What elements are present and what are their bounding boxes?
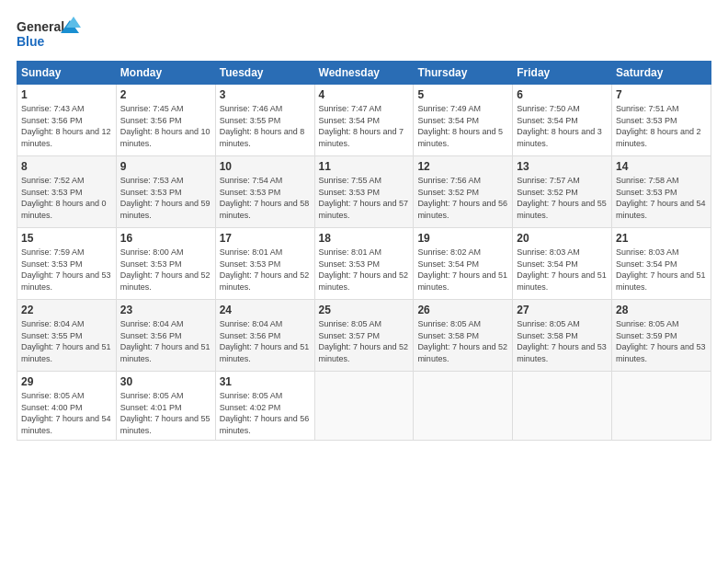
weekday-header: Thursday — [414, 62, 513, 85]
calendar-day-cell — [612, 372, 711, 441]
calendar-day-cell: 12 Sunrise: 7:56 AMSunset: 3:52 PMDaylig… — [414, 156, 513, 228]
day-detail: Sunrise: 7:55 AMSunset: 3:53 PMDaylight:… — [319, 176, 409, 220]
day-detail: Sunrise: 8:00 AMSunset: 3:53 PMDaylight:… — [120, 247, 210, 292]
day-number: 10 — [220, 160, 311, 173]
day-number: 27 — [517, 304, 608, 316]
day-detail: Sunrise: 7:45 AMSunset: 3:56 PMDaylight:… — [120, 104, 210, 148]
calendar-day-cell: 17 Sunrise: 8:01 AMSunset: 3:53 PMDaylig… — [215, 228, 314, 300]
day-detail: Sunrise: 8:04 AMSunset: 3:55 PMDaylight:… — [21, 319, 111, 363]
calendar-day-cell: 3 Sunrise: 7:46 AMSunset: 3:55 PMDayligh… — [215, 85, 314, 156]
calendar-day-cell: 13 Sunrise: 7:57 AMSunset: 3:52 PMDaylig… — [513, 156, 612, 228]
day-detail: Sunrise: 8:03 AMSunset: 3:54 PMDaylight:… — [517, 247, 607, 292]
calendar-week-row: 1 Sunrise: 7:43 AMSunset: 3:56 PMDayligh… — [17, 85, 711, 156]
day-detail: Sunrise: 8:05 AMSunset: 4:01 PMDaylight:… — [120, 391, 210, 435]
day-detail: Sunrise: 7:54 AMSunset: 3:53 PMDaylight:… — [220, 176, 310, 220]
day-number: 1 — [21, 88, 112, 101]
calendar-day-cell: 4 Sunrise: 7:47 AMSunset: 3:54 PMDayligh… — [314, 85, 414, 156]
day-detail: Sunrise: 8:01 AMSunset: 3:53 PMDaylight:… — [319, 247, 409, 292]
weekday-header: Tuesday — [215, 62, 314, 85]
calendar-day-cell: 14 Sunrise: 7:58 AMSunset: 3:53 PMDaylig… — [612, 156, 711, 228]
calendar-day-cell: 11 Sunrise: 7:55 AMSunset: 3:53 PMDaylig… — [314, 156, 414, 228]
calendar-day-cell: 15 Sunrise: 7:59 AMSunset: 3:53 PMDaylig… — [17, 228, 117, 300]
calendar-day-cell: 27 Sunrise: 8:05 AMSunset: 3:58 PMDaylig… — [513, 300, 612, 372]
day-detail: Sunrise: 8:04 AMSunset: 3:56 PMDaylight:… — [220, 319, 310, 363]
day-detail: Sunrise: 7:52 AMSunset: 3:53 PMDaylight:… — [21, 176, 107, 220]
weekday-header: Saturday — [612, 62, 711, 85]
day-number: 25 — [319, 304, 410, 316]
calendar-day-cell — [314, 372, 414, 441]
calendar-day-cell: 30 Sunrise: 8:05 AMSunset: 4:01 PMDaylig… — [116, 372, 215, 441]
day-detail: Sunrise: 8:05 AMSunset: 4:02 PMDaylight:… — [220, 391, 310, 435]
day-detail: Sunrise: 7:47 AMSunset: 3:54 PMDaylight:… — [319, 104, 404, 148]
calendar-week-row: 8 Sunrise: 7:52 AMSunset: 3:53 PMDayligh… — [17, 156, 711, 228]
calendar-week-row: 15 Sunrise: 7:59 AMSunset: 3:53 PMDaylig… — [17, 228, 711, 300]
calendar-week-row: 22 Sunrise: 8:04 AMSunset: 3:55 PMDaylig… — [17, 300, 711, 372]
day-number: 9 — [120, 160, 211, 173]
day-number: 7 — [616, 88, 707, 101]
calendar-day-cell: 1 Sunrise: 7:43 AMSunset: 3:56 PMDayligh… — [17, 85, 117, 156]
day-detail: Sunrise: 7:53 AMSunset: 3:53 PMDaylight:… — [120, 176, 210, 220]
calendar-day-cell: 8 Sunrise: 7:52 AMSunset: 3:53 PMDayligh… — [17, 156, 117, 228]
day-detail: Sunrise: 8:04 AMSunset: 3:56 PMDaylight:… — [120, 319, 210, 363]
day-number: 4 — [319, 88, 410, 101]
day-number: 24 — [220, 304, 311, 316]
day-detail: Sunrise: 7:46 AMSunset: 3:55 PMDaylight:… — [220, 104, 305, 148]
calendar-day-cell: 9 Sunrise: 7:53 AMSunset: 3:53 PMDayligh… — [116, 156, 215, 228]
day-detail: Sunrise: 7:50 AMSunset: 3:54 PMDaylight:… — [517, 104, 602, 148]
day-detail: Sunrise: 8:05 AMSunset: 3:57 PMDaylight:… — [319, 319, 409, 363]
calendar-day-cell: 26 Sunrise: 8:05 AMSunset: 3:58 PMDaylig… — [414, 300, 513, 372]
day-detail: Sunrise: 8:05 AMSunset: 3:59 PMDaylight:… — [616, 319, 706, 363]
day-number: 20 — [517, 232, 608, 245]
day-number: 29 — [21, 375, 112, 388]
day-detail: Sunrise: 8:05 AMSunset: 3:58 PMDaylight:… — [517, 319, 607, 363]
day-number: 31 — [220, 375, 311, 388]
calendar-page: General Blue SundayMondayTuesdayWednesda… — [0, 0, 728, 563]
calendar-body: 1 Sunrise: 7:43 AMSunset: 3:56 PMDayligh… — [17, 85, 711, 441]
calendar-day-cell: 29 Sunrise: 8:05 AMSunset: 4:00 PMDaylig… — [17, 372, 117, 441]
calendar-day-cell — [414, 372, 513, 441]
calendar-day-cell: 20 Sunrise: 8:03 AMSunset: 3:54 PMDaylig… — [513, 228, 612, 300]
svg-text:General: General — [17, 19, 64, 34]
day-number: 17 — [220, 232, 311, 245]
logo: General Blue — [17, 17, 81, 53]
calendar-day-cell: 23 Sunrise: 8:04 AMSunset: 3:56 PMDaylig… — [116, 300, 215, 372]
day-number: 26 — [417, 304, 508, 316]
calendar-day-cell: 31 Sunrise: 8:05 AMSunset: 4:02 PMDaylig… — [215, 372, 314, 441]
calendar-day-cell: 6 Sunrise: 7:50 AMSunset: 3:54 PMDayligh… — [513, 85, 612, 156]
day-number: 21 — [616, 232, 707, 245]
day-detail: Sunrise: 8:02 AMSunset: 3:54 PMDaylight:… — [417, 247, 507, 292]
day-number: 15 — [21, 232, 112, 245]
day-detail: Sunrise: 7:43 AMSunset: 3:56 PMDaylight:… — [21, 104, 111, 148]
day-number: 16 — [120, 232, 211, 245]
calendar-day-cell: 22 Sunrise: 8:04 AMSunset: 3:55 PMDaylig… — [17, 300, 117, 372]
calendar-day-cell: 10 Sunrise: 7:54 AMSunset: 3:53 PMDaylig… — [215, 156, 314, 228]
day-detail: Sunrise: 8:05 AMSunset: 3:58 PMDaylight:… — [417, 319, 507, 363]
calendar-day-cell: 21 Sunrise: 8:03 AMSunset: 3:54 PMDaylig… — [612, 228, 711, 300]
day-number: 22 — [21, 304, 112, 316]
calendar-day-cell: 19 Sunrise: 8:02 AMSunset: 3:54 PMDaylig… — [414, 228, 513, 300]
day-number: 5 — [417, 88, 508, 101]
svg-marker-3 — [66, 17, 81, 28]
day-number: 23 — [120, 304, 211, 316]
day-detail: Sunrise: 7:58 AMSunset: 3:53 PMDaylight:… — [616, 176, 706, 220]
calendar-day-cell: 18 Sunrise: 8:01 AMSunset: 3:53 PMDaylig… — [314, 228, 414, 300]
calendar-day-cell: 24 Sunrise: 8:04 AMSunset: 3:56 PMDaylig… — [215, 300, 314, 372]
weekday-header: Monday — [116, 62, 215, 85]
weekday-header: Friday — [513, 62, 612, 85]
day-detail: Sunrise: 7:59 AMSunset: 3:53 PMDaylight:… — [21, 247, 111, 292]
weekday-header: Sunday — [17, 62, 117, 85]
day-detail: Sunrise: 7:49 AMSunset: 3:54 PMDaylight:… — [417, 104, 503, 148]
day-number: 8 — [21, 160, 112, 173]
day-number: 19 — [417, 232, 508, 245]
logo-svg: General Blue — [17, 17, 81, 53]
day-number: 11 — [319, 160, 410, 173]
day-detail: Sunrise: 7:56 AMSunset: 3:52 PMDaylight:… — [417, 176, 507, 220]
calendar-day-cell: 28 Sunrise: 8:05 AMSunset: 3:59 PMDaylig… — [612, 300, 711, 372]
day-detail: Sunrise: 7:57 AMSunset: 3:52 PMDaylight:… — [517, 176, 607, 220]
day-number: 28 — [616, 304, 707, 316]
day-detail: Sunrise: 8:05 AMSunset: 4:00 PMDaylight:… — [21, 391, 111, 435]
header: General Blue — [17, 17, 711, 53]
day-detail: Sunrise: 8:03 AMSunset: 3:54 PMDaylight:… — [616, 247, 706, 292]
weekday-header: Wednesday — [314, 62, 414, 85]
day-number: 18 — [319, 232, 410, 245]
